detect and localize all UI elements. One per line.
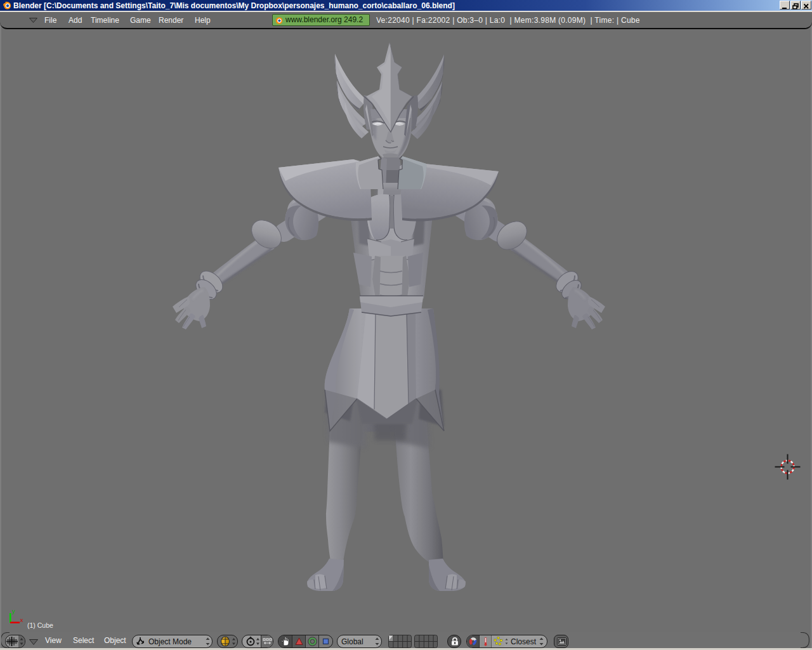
svg-text:y: y (12, 609, 16, 615)
svg-text:x: x (20, 618, 23, 624)
